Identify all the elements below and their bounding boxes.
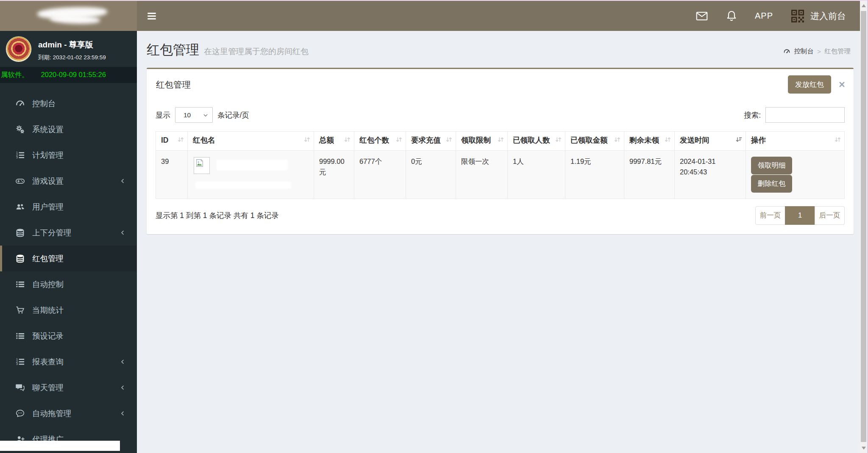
- search-control: 搜索:: [744, 107, 845, 123]
- sidebar: admin - 尊享版 到期: 2032-01-02 23:59:59 属软件。…: [0, 31, 137, 453]
- breadcrumb-separator: >: [817, 48, 821, 55]
- sort-icon[interactable]: [555, 136, 562, 143]
- sidebar-item-points-management[interactable]: 上下分管理: [0, 220, 137, 246]
- pagination-prev[interactable]: 前一页: [755, 206, 785, 225]
- redpacket-table: ID 红包名 总额 红包个数 要求充值 领取限制 已领取人数 已领取金额 剩余未…: [156, 131, 845, 199]
- sidebar-item-chat-management[interactable]: 聊天管理: [0, 375, 137, 401]
- sidebar-item-report-query[interactable]: 报表查询: [0, 349, 137, 375]
- sort-icon[interactable]: [395, 136, 403, 143]
- page-length-value: 10: [184, 111, 191, 119]
- sidebar-item-label: 自动拖管理: [32, 408, 72, 419]
- redacted-text: [0, 441, 120, 451]
- column-label: 红包个数: [359, 136, 389, 144]
- cell-total: 9999.00元: [314, 150, 354, 199]
- sort-desc-icon[interactable]: [735, 136, 743, 143]
- user-name: admin - 尊享版: [38, 39, 106, 50]
- window-top-edge: [0, 0, 868, 1]
- sort-icon[interactable]: [177, 136, 184, 143]
- cell-count: 6777个: [354, 150, 406, 199]
- cell-claimed-amount: 1.19元: [565, 150, 624, 199]
- database-icon: [15, 254, 25, 263]
- column-header-remaining[interactable]: 剩余未领: [624, 132, 675, 151]
- sidebar-item-label: 红包管理: [32, 253, 64, 264]
- column-header-required-recharge[interactable]: 要求充值: [406, 132, 456, 151]
- ordered-list-icon: [15, 357, 25, 367]
- column-header-total[interactable]: 总额: [314, 132, 354, 151]
- send-redpacket-button[interactable]: 发放红包: [788, 75, 831, 94]
- scroll-down-arrow[interactable]: [860, 445, 867, 452]
- gauge-icon: [783, 48, 790, 55]
- sort-icon[interactable]: [834, 136, 841, 143]
- column-header-claim-limit[interactable]: 领取限制: [456, 132, 508, 151]
- sort-icon[interactable]: [614, 136, 621, 143]
- column-label: 红包名: [193, 136, 215, 144]
- pagination-next[interactable]: 后一页: [815, 206, 845, 225]
- cart-icon: [15, 305, 25, 315]
- table-footer: 显示第 1 到第 1 条记录 共有 1 条记录 前一页 1 后一页: [156, 206, 845, 225]
- avatar[interactable]: [6, 36, 31, 62]
- close-icon[interactable]: [838, 81, 846, 88]
- sidebar-item-user-management[interactable]: 用户管理: [0, 194, 137, 220]
- page-length-suffix: 条记录/页: [217, 110, 249, 120]
- sort-icon[interactable]: [497, 136, 504, 143]
- table-toolbar: 显示 10 条记录/页 搜索:: [156, 107, 845, 123]
- scroll-up-arrow[interactable]: [860, 2, 867, 9]
- column-header-id[interactable]: ID: [156, 132, 188, 151]
- column-header-claimed-amount[interactable]: 已领取金额: [565, 132, 624, 151]
- sidebar-item-label: 自动控制: [32, 279, 64, 290]
- sort-icon[interactable]: [303, 136, 311, 143]
- sort-icon[interactable]: [664, 136, 671, 143]
- column-header-claimed-users[interactable]: 已领取人数: [508, 132, 565, 151]
- top-navbar: APP 进入前台: [137, 1, 867, 31]
- column-label: 要求充值: [411, 136, 441, 144]
- cell-actions: 领取明细 删除红包: [746, 150, 845, 199]
- enter-front-link[interactable]: 进入前台: [790, 8, 846, 24]
- sidebar-item-auto-drag-management[interactable]: 自动拖管理: [0, 401, 137, 426]
- brand-logo[interactable]: [0, 1, 137, 31]
- pagination-page-1[interactable]: 1: [785, 206, 815, 225]
- column-label: 总额: [319, 136, 334, 144]
- gauge-icon: [15, 99, 25, 108]
- list-icon: [15, 279, 25, 289]
- delete-redpacket-button[interactable]: 删除红包: [751, 175, 792, 193]
- sidebar-item-current-stats[interactable]: 当期统计: [0, 297, 137, 323]
- chevron-left-icon: [120, 229, 126, 236]
- column-header-name[interactable]: 红包名: [188, 132, 314, 151]
- qrcode-icon: [790, 8, 805, 24]
- claim-detail-button[interactable]: 领取明细: [751, 157, 792, 174]
- sidebar-item-preset-records[interactable]: 预设记录: [0, 323, 137, 349]
- sidebar-item-system-settings[interactable]: 系统设置: [0, 116, 137, 142]
- column-header-count[interactable]: 红包个数: [354, 132, 406, 151]
- sidebar-item-redpacket-management[interactable]: 红包管理: [0, 246, 137, 271]
- chevron-left-icon: [120, 178, 126, 184]
- sidebar-item-console[interactable]: 控制台: [0, 91, 137, 116]
- sidebar-item-label: 上下分管理: [32, 227, 72, 238]
- cell-remaining: 9997.81元: [624, 150, 675, 199]
- column-header-send-time[interactable]: 发送时间: [675, 132, 746, 151]
- user-info: admin - 尊享版 到期: 2032-01-02 23:59:59: [38, 36, 106, 62]
- redacted-text: [195, 182, 291, 188]
- scrollbar-thumb[interactable]: [861, 11, 866, 442]
- page-length-select[interactable]: 10: [175, 107, 213, 123]
- panel-title: 红包管理: [156, 79, 191, 91]
- envelope-icon[interactable]: [696, 10, 708, 22]
- sort-icon[interactable]: [344, 136, 351, 143]
- page-length-prefix: 显示: [156, 110, 170, 120]
- cell-id: 39: [156, 150, 188, 199]
- column-header-actions[interactable]: 操作: [746, 132, 845, 151]
- comments-icon: [15, 383, 25, 392]
- app-link[interactable]: APP: [755, 11, 773, 21]
- page-title: 红包管理: [147, 41, 199, 59]
- breadcrumb-home[interactable]: 控制台: [794, 47, 814, 56]
- menu-toggle-icon[interactable]: [146, 11, 157, 22]
- page-subtitle: 在这里管理属于您的房间红包: [204, 46, 309, 57]
- sort-icon[interactable]: [445, 136, 453, 143]
- column-label: 发送时间: [680, 136, 709, 144]
- sidebar-item-auto-control[interactable]: 自动控制: [0, 271, 137, 297]
- sidebar-item-game-settings[interactable]: 游戏设置: [0, 168, 137, 194]
- vertical-scrollbar[interactable]: [860, 1, 867, 453]
- column-label: 操作: [751, 136, 766, 144]
- bell-icon[interactable]: [725, 10, 738, 22]
- search-input[interactable]: [765, 107, 845, 123]
- sidebar-item-plan-management[interactable]: 计划管理: [0, 142, 137, 168]
